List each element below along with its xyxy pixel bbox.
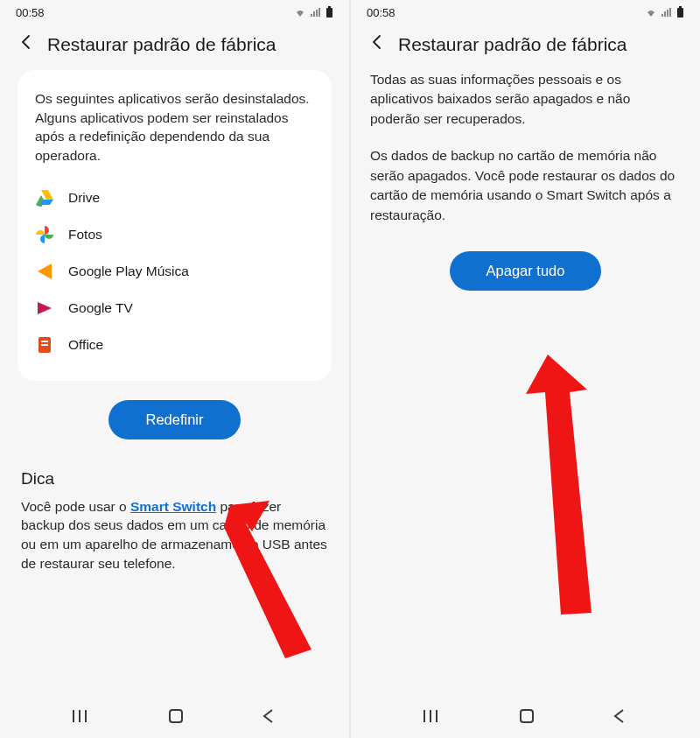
home-icon[interactable] [518,707,536,728]
nav-back-icon[interactable] [261,708,276,727]
list-item: Drive [35,179,314,216]
page-title: Restaurar padrão de fábrica [398,34,627,55]
status-bar: 00:58 [0,0,349,25]
card-intro: Os seguintes aplicativos serão desinstal… [35,89,314,165]
app-list: Drive Fotos Google Play Música [35,179,314,363]
status-icons [645,6,684,18]
svg-rect-7 [679,6,682,8]
content-area: Os seguintes aplicativos serão desinstal… [0,70,349,701]
recents-icon[interactable] [424,708,443,727]
svg-rect-4 [41,344,48,346]
tip-section: Dica Você pode usar o Smart Switch para … [18,469,332,573]
status-bar: 00:58 [351,0,700,25]
wifi-icon [294,7,306,18]
battery-icon [326,6,333,18]
app-label: Fotos [68,227,102,242]
phone-screen-right: 00:58 Restaurar padrão de fábrica Todas … [351,0,700,738]
list-item: Google Play Música [35,253,314,290]
nav-back-icon[interactable] [612,708,627,727]
signal-icon [310,7,322,18]
app-label: Office [68,337,103,353]
app-label: Google Play Música [68,264,189,279]
app-label: Google TV [68,300,133,316]
play-music-icon [35,262,54,281]
tip-title: Dica [21,469,328,488]
tip-text: Você pode usar o Smart Switch para fazer… [21,497,328,573]
content-area: Todas as suas informações pessoais e os … [351,70,700,701]
recents-icon[interactable] [73,708,92,727]
back-icon[interactable] [18,33,35,56]
status-time: 00:58 [16,6,45,19]
apps-card: Os seguintes aplicativos serão desinstal… [18,70,332,381]
list-item: Google TV [35,290,314,327]
svg-rect-8 [521,710,533,722]
svg-rect-6 [677,8,683,18]
status-icons [294,6,333,18]
svg-rect-1 [328,6,331,8]
nav-bar [351,701,700,738]
list-item: Office [35,327,314,363]
warning-paragraph-1: Todas as suas informações pessoais e os … [368,70,682,129]
reset-button[interactable]: Redefinir [108,400,240,439]
page-header: Restaurar padrão de fábrica [0,25,349,70]
smart-switch-link[interactable]: Smart Switch [130,499,216,514]
phone-screen-left: 00:58 Restaurar padrão de fábrica Os seg… [0,0,349,738]
back-icon[interactable] [368,33,386,56]
list-item: Fotos [35,216,314,253]
photos-icon [35,225,54,244]
office-icon [35,335,54,355]
page-header: Restaurar padrão de fábrica [351,25,700,70]
status-time: 00:58 [367,6,396,19]
drive-icon [35,188,54,207]
app-label: Drive [68,190,100,206]
page-title: Restaurar padrão de fábrica [47,34,276,55]
svg-rect-5 [170,710,182,722]
svg-rect-0 [326,8,332,18]
signal-icon [661,7,673,18]
battery-icon [676,6,684,18]
svg-rect-3 [41,341,48,342]
google-tv-icon [35,299,54,318]
wifi-icon [645,7,657,18]
nav-bar [0,701,349,738]
home-icon[interactable] [167,707,185,728]
erase-all-button[interactable]: Apagar tudo [450,251,602,291]
warning-paragraph-2: Os dados de backup no cartão de memória … [368,146,682,225]
